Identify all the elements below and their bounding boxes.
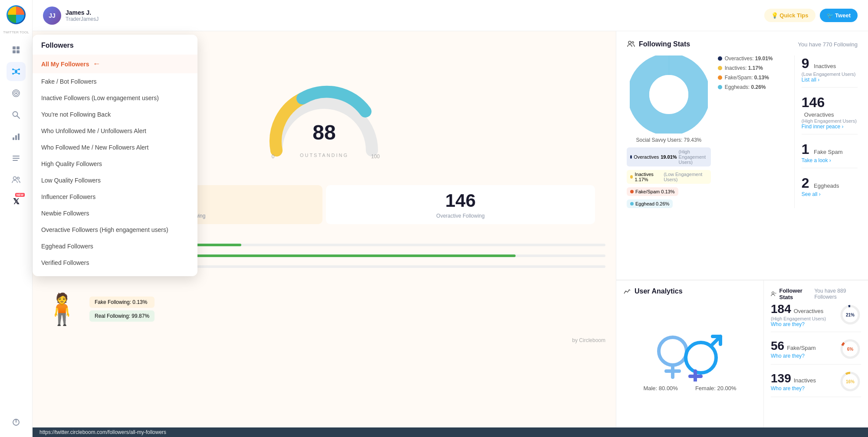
ring-chart: 16% xyxy=(839,371,861,392)
svg-text:88: 88 xyxy=(312,121,335,144)
legend-egghead: Egghead 0.26% xyxy=(627,199,673,208)
fs-link[interactable]: Who are they? xyxy=(771,385,816,391)
fake-following-pct: Fake Following: 0.13% xyxy=(89,297,155,308)
person-figure: 🧍 xyxy=(43,294,81,324)
dropdown-item-all-my-followers[interactable]: All My Followers ← xyxy=(33,55,197,73)
sidebar-icon-search[interactable] xyxy=(7,105,26,124)
side-stat-sub: (Low Engagement Users) xyxy=(802,72,858,77)
side-stat-link[interactable]: List all › xyxy=(802,77,858,83)
ring-chart: 6% xyxy=(839,338,861,360)
svg-rect-21 xyxy=(13,156,20,157)
sidebar-icon-list[interactable] xyxy=(7,149,26,168)
overactive-following-cell: 146 Overactive Following xyxy=(326,185,595,224)
following-stats-header: Following Stats You have 770 Following xyxy=(627,40,858,49)
follower-count-text: You have 889 Followers xyxy=(814,288,861,300)
side-stat-number: 1 xyxy=(802,141,809,157)
dropdown-item-high-quality[interactable]: High Quality Followers xyxy=(33,156,197,172)
engagement-bar xyxy=(156,254,516,257)
fs-label: Fake/Spam xyxy=(787,345,815,351)
dropdown-item-influencer[interactable]: Influencer Followers xyxy=(33,189,197,205)
side-stat-number: 9 xyxy=(802,55,809,71)
dropdown-item-overactive[interactable]: Overactive Followers (High engagement us… xyxy=(33,222,197,238)
following-stats-title: Following Stats xyxy=(627,40,690,49)
user-name: James J. xyxy=(66,9,99,16)
new-badge: NEW xyxy=(15,193,25,197)
following-stats-content: Social Savvy Users: 79.43% Overactives 1… xyxy=(627,55,858,208)
svg-rect-1 xyxy=(16,46,20,49)
fs-number: 56 xyxy=(771,339,784,353)
svg-rect-2 xyxy=(13,50,16,53)
header-buttons: 💡 Quick Tips 🐦 Tweet xyxy=(764,9,858,22)
pie-legend: Overactives 19.01% (High Engagement User… xyxy=(627,147,711,208)
sidebar-icon-grid[interactable] xyxy=(7,40,26,59)
svg-point-24 xyxy=(13,177,16,180)
tweet-button[interactable]: 🐦 Tweet xyxy=(820,9,858,22)
pie-label: Fake/Spam: 0.13% xyxy=(725,75,769,81)
engagement-bar-bg xyxy=(156,244,605,246)
following-stats-label: Following Stats xyxy=(639,40,690,48)
svg-point-25 xyxy=(17,177,20,179)
legend-fakespam: Fake/Spam 0.13% xyxy=(627,187,678,196)
overactive-following-count: 146 xyxy=(331,190,590,211)
fs-label: Overactives xyxy=(794,308,824,314)
svg-line-17 xyxy=(17,116,20,119)
overactive-following-label: Overactive Following xyxy=(331,213,590,219)
side-stat-label: Fake Spam xyxy=(814,149,842,155)
dropdown-item-fake-bot-followers[interactable]: Fake / Bot Followers xyxy=(33,73,197,90)
pie-label-row: Fake/Spam: 0.13% xyxy=(718,75,787,81)
pie-labels-section: Overactives: 19.01%Inactives: 1.17%Fake/… xyxy=(718,55,787,208)
sidebar-icon-bar: TWITTER TOOL 𝕏 NEW xyxy=(0,0,33,437)
sidebar-icon-network[interactable] xyxy=(7,62,26,81)
gender-section: Male: 80.00% Female: 20.00% xyxy=(623,300,756,421)
dropdown-item-not-following-back[interactable]: You're not Following Back xyxy=(33,106,197,123)
gauge-chart: 88 OUTSTANDING 0 100 xyxy=(263,77,385,163)
follower-stat-item: 56 Fake/Spam Who are they? 6% xyxy=(771,338,861,365)
side-stat-link[interactable]: Take a look › xyxy=(802,157,858,163)
dropdown-item-inactive-followers[interactable]: Inactive Followers (Low engagement users… xyxy=(33,90,197,106)
fs-number: 184 xyxy=(771,302,791,316)
dropdown-heading: Followers xyxy=(33,42,197,55)
fs-link[interactable]: Who are they? xyxy=(771,321,826,327)
following-stats-panel: Following Stats You have 770 Following xyxy=(616,31,868,280)
side-stats: 9 Inactives (Low Engagement Users) List … xyxy=(794,55,858,208)
fs-link[interactable]: Who are they? xyxy=(771,353,816,359)
svg-point-32 xyxy=(628,41,631,44)
sidebar-icon-power[interactable] xyxy=(7,413,26,432)
dropdown-item-who-unfollowed-me[interactable]: Who Unfollowed Me / Unfollowers Alert xyxy=(33,123,197,139)
svg-text:0: 0 xyxy=(272,153,275,160)
side-stat-label: Eggheads xyxy=(814,183,839,189)
status-bar: https://twitter.circleboom.com/followers… xyxy=(33,427,868,437)
side-stat-number: 2 xyxy=(802,175,809,191)
svg-point-47 xyxy=(772,292,774,294)
sidebar-icon-x[interactable]: 𝕏 NEW xyxy=(7,192,26,211)
pie-dot xyxy=(718,56,722,61)
app-logo xyxy=(7,5,26,24)
svg-rect-18 xyxy=(13,137,14,140)
selected-arrow-icon: ← xyxy=(92,59,100,68)
side-stat-link[interactable]: See all › xyxy=(802,191,858,197)
ring-pct-label: 16% xyxy=(846,379,855,384)
legend-inactives: Inactives 1.17% (Low Engagement Users) xyxy=(627,170,711,184)
status-url: https://twitter.circleboom.com/followers… xyxy=(39,429,166,435)
followers-dropdown-menu: Followers All My Followers ←Fake / Bot F… xyxy=(33,35,197,276)
side-stat-item: 1 Fake Spam Take a look › xyxy=(802,141,858,168)
side-stat-item: 146 Overactives (High Engagement Users) … xyxy=(802,95,858,134)
male-symbol xyxy=(681,329,725,382)
user-handle: TraderJamesJ xyxy=(66,16,99,22)
twitter-tool-label: TWITTER TOOL xyxy=(3,30,29,34)
dropdown-item-verified[interactable]: Verified Followers xyxy=(33,254,197,271)
sidebar-icon-chart[interactable] xyxy=(7,127,26,146)
sidebar-icon-target[interactable] xyxy=(7,84,26,103)
quick-tips-button[interactable]: 💡 Quick Tips xyxy=(764,9,815,22)
sidebar-icon-users[interactable] xyxy=(7,170,26,189)
side-stat-item: 2 Eggheads See all › xyxy=(802,175,858,197)
pie-dot xyxy=(718,85,722,89)
side-stat-link[interactable]: Find inner peace › xyxy=(802,124,858,130)
dropdown-item-newbie[interactable]: Newbie Followers xyxy=(33,205,197,222)
top-header: JJ James J. TraderJamesJ 💡 Quick Tips 🐦 … xyxy=(33,0,868,31)
dropdown-item-who-followed-me[interactable]: Who Followed Me / New Followers Alert xyxy=(33,139,197,156)
side-stat-item: 9 Inactives (Low Engagement Users) List … xyxy=(802,55,858,88)
dropdown-item-egghead[interactable]: Egghead Followers xyxy=(33,238,197,254)
dropdown-item-low-quality[interactable]: Low Quality Followers xyxy=(33,172,197,189)
pie-chart-section: Social Savvy Users: 79.43% Overactives 1… xyxy=(627,55,711,208)
